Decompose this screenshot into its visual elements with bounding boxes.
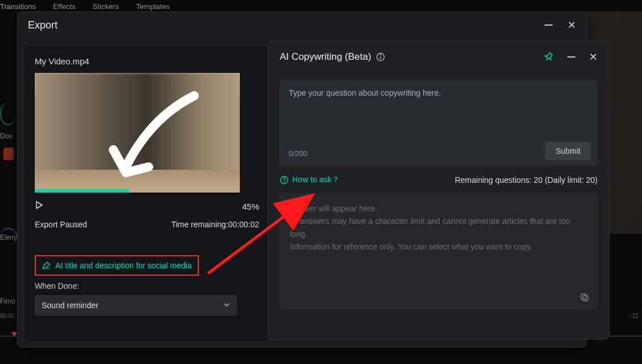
bg-green-shape-2 [0,228,17,245]
ai-panel-title: AI Copywriting (Beta) [280,51,371,63]
chevron-down-icon [223,301,230,310]
timeline-tick-end: ::12 [629,313,639,319]
svg-text:AI: AI [47,267,50,270]
export-window-controls: ✕ [545,19,576,31]
time-remaining-label: Time remaining: [171,220,228,229]
bg-side-label-3: Fimo [0,297,15,305]
export-time-remaining: Time remaining:00:00:02 [171,220,259,229]
preview-arrow-overlay-icon [103,87,206,184]
export-title: Export [28,19,58,31]
export-left-panel: My Video.mp4 45% Export Paused Time rema… [24,46,269,341]
pin-icon[interactable] [543,52,554,62]
pen-ai-icon: AI [42,261,51,270]
timeline-tick-start: 00:00 [0,313,14,319]
export-preview [35,73,240,193]
bg-side-label-1: Doo [0,132,13,140]
minimize-icon[interactable] [545,24,553,26]
answer-placeholder-line-3: Information for reference only. You can … [290,240,587,253]
export-percent: 45% [242,202,259,211]
remaining-questions: Remaining questions: 20 (Daily limit: 20… [455,175,598,185]
export-status: Export Paused [35,220,87,229]
ai-minimize-icon[interactable] [567,56,575,58]
ai-answer-box: Answer will appear here. AI answers may … [280,193,598,309]
answer-placeholder-line-1: Answer will appear here. [290,202,587,215]
ai-link-label: AI title and description for social medi… [55,261,192,270]
ai-panel-controls: ✕ [543,51,598,63]
how-to-ask-link[interactable]: How to ask？ [280,175,340,185]
svg-rect-7 [583,296,588,301]
status-line: Export Paused Time remaining:00:00:02 [35,220,259,229]
export-progress-bar [35,189,129,193]
play-line: 45% [35,201,259,212]
answer-placeholder-line-2: AI answers may have a character limit an… [290,215,587,240]
remaining-value: 20 [534,175,543,185]
bg-red-icon [3,148,14,160]
play-icon[interactable] [35,201,44,212]
svg-rect-6 [581,294,586,299]
export-header: Export ✕ [18,12,586,38]
how-to-ask-label: How to ask？ [292,175,340,185]
close-icon[interactable]: ✕ [567,19,576,31]
ai-char-counter: 0/200 [289,149,308,158]
submit-button[interactable]: Submit [545,142,591,160]
ai-panel-header: AI Copywriting (Beta) ✕ [280,51,598,63]
time-remaining-value: 00:00:02 [228,220,260,229]
svg-point-4 [281,177,288,184]
dropdown-selected: Sound reminder [42,301,99,310]
when-done-label: When Done: [35,281,259,291]
ai-copywriting-panel: AI Copywriting (Beta) ✕ Type your questi… [268,41,610,340]
daily-limit-label: (Daily limit: [545,175,583,185]
ai-input-placeholder: Type your question about copywriting her… [289,88,588,97]
copy-icon[interactable] [579,292,590,302]
ai-panel-title-group: AI Copywriting (Beta) [280,51,385,63]
export-filename: My Video.mp4 [35,56,259,66]
remaining-label: Remaining questions: [455,175,531,185]
bg-green-shape-1 [0,103,16,125]
question-circle-icon [280,175,289,185]
daily-limit-value: 20) [586,175,598,185]
timeline-playhead[interactable] [11,332,17,337]
svg-rect-2 [380,56,381,59]
ai-close-icon[interactable]: ✕ [589,51,598,63]
ai-question-input[interactable]: Type your question about copywriting her… [280,80,598,166]
when-done-dropdown[interactable]: Sound reminder [35,295,237,316]
svg-point-5 [284,182,285,183]
svg-point-3 [380,55,381,56]
ai-title-description-link[interactable]: AI AI title and description for social m… [35,255,199,276]
ai-hint-row: How to ask？ Remaining questions: 20 (Dai… [280,175,598,185]
info-icon[interactable] [376,52,385,62]
